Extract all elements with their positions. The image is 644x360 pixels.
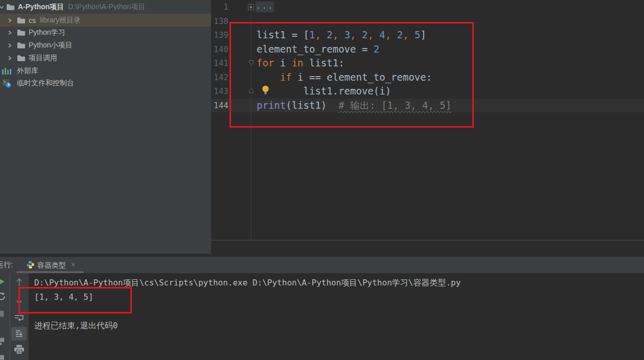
run-console: D:\Python\A-Python项目\cs\Scripts\python.e… — [0, 273, 644, 360]
print-icon[interactable] — [14, 345, 25, 355]
folder-icon — [17, 17, 26, 24]
annotation-box-output — [18, 287, 132, 314]
folder-icon — [17, 29, 26, 36]
console-line: 进程已结束,退出代码0 — [34, 319, 118, 333]
run-icon[interactable] — [0, 278, 5, 285]
project-root-path: D:\Python\A-Python项目 — [68, 3, 145, 12]
tree-item-scratches[interactable]: 临时文件和控制台 — [0, 77, 211, 89]
line-number: 140 — [211, 42, 228, 57]
line-number: 1 — [211, 0, 228, 14]
tree-item-label: 外部库 — [17, 66, 38, 76]
line-number: 144 — [211, 99, 228, 113]
tree-item-project-call[interactable]: 项目调用 — [0, 52, 211, 64]
restore-layout-icon[interactable] — [0, 338, 5, 346]
line-number: 139 — [211, 28, 228, 42]
editor-bottom-divider — [211, 240, 644, 241]
folded-code-placeholder[interactable]: ... — [256, 2, 274, 12]
tree-item-label: 临时文件和控制台 — [17, 79, 74, 88]
folder-icon — [6, 4, 15, 11]
project-tool-window: A-Python项目 D:\Python\A-Python项目 cs libra… — [0, 0, 211, 254]
tree-item-label: 项目调用 — [29, 54, 57, 63]
tree-item-python-study[interactable]: Python学习 — [0, 26, 211, 39]
scratches-consoles-icon — [2, 79, 12, 88]
line-number: 141 — [211, 56, 228, 70]
tree-item-label: Python学习 — [29, 28, 65, 37]
tree-item-label: Python小项目 — [29, 41, 73, 50]
code-line-1[interactable]: 1 — [211, 0, 644, 14]
run-label: 运行: — [0, 260, 13, 270]
tree-item-secondary: library根目录 — [40, 16, 81, 25]
python-logo-icon — [26, 260, 35, 269]
line-number: 138 — [211, 14, 228, 29]
tree-root-row[interactable]: A-Python项目 D:\Python\A-Python项目 — [0, 1, 211, 13]
up-arrow-icon[interactable] — [15, 278, 23, 286]
pycharm-window: A-Python项目 D:\Python\A-Python项目 cs libra… — [0, 0, 644, 360]
tree-item-external-libs[interactable]: 外部库 — [0, 64, 211, 77]
run-tab[interactable]: 容器类型 — [37, 261, 66, 270]
line-number: 143 — [211, 84, 228, 99]
line-number: 142 — [211, 70, 228, 85]
chevron-right-icon[interactable] — [7, 43, 12, 48]
stop-icon[interactable] — [0, 310, 4, 317]
project-root-name: A-Python项目 — [18, 3, 64, 12]
fold-expand-icon[interactable] — [248, 4, 254, 10]
tree-item-label: cs — [29, 16, 36, 25]
tree-item-cs[interactable]: cs library根目录 — [0, 14, 211, 27]
chevron-right-icon[interactable] — [7, 18, 12, 23]
rerun-icon[interactable] — [0, 292, 6, 301]
folder-icon — [17, 42, 26, 49]
annotation-box-code — [229, 22, 474, 128]
run-panel-header: 运行: 容器类型 × — [0, 257, 644, 273]
settings-icon[interactable] — [0, 355, 4, 360]
tree-item-python-mini[interactable]: Python小项目 — [0, 39, 211, 52]
soft-wrap-icon[interactable] — [14, 314, 24, 322]
chevron-right-icon[interactable] — [7, 30, 12, 35]
scroll-to-end-icon[interactable] — [15, 329, 24, 338]
chevron-right-icon[interactable] — [7, 56, 12, 61]
folder-icon — [17, 55, 26, 62]
chevron-down-icon[interactable] — [0, 5, 4, 10]
close-icon[interactable]: × — [71, 260, 76, 269]
external-libraries-icon — [2, 67, 12, 75]
